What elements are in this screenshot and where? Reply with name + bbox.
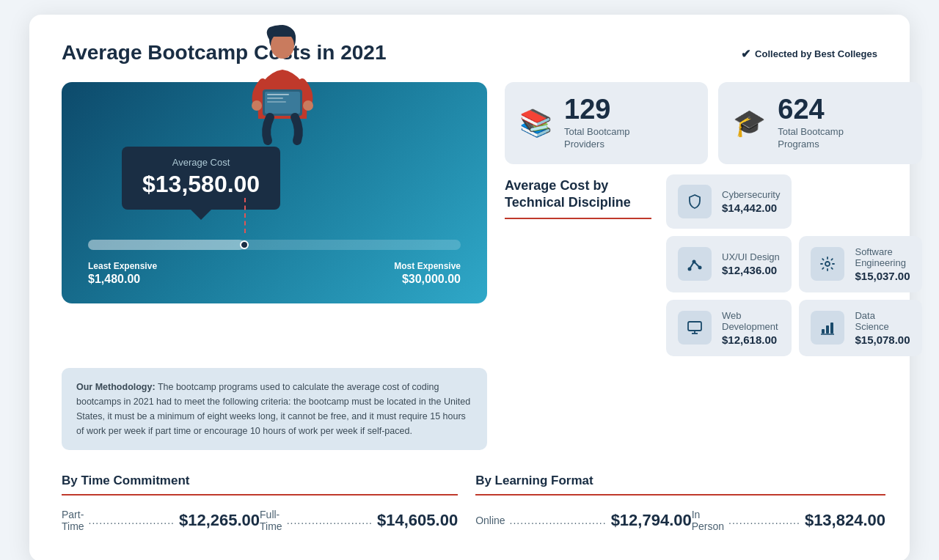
in-person-value: $13,824.00 bbox=[805, 511, 885, 530]
person-illustration bbox=[242, 23, 323, 141]
in-person-dots: .................... bbox=[728, 515, 800, 526]
slider-track bbox=[88, 240, 461, 250]
disc-card-cybersecurity: Cybersecurity $14,442.00 bbox=[666, 174, 792, 229]
main-card: Average Bootcamp Costs in 2021 ✔ Collect… bbox=[29, 15, 910, 560]
discipline-cards: Cybersecurity $14,442.00 bbox=[666, 174, 922, 356]
design-icon bbox=[678, 247, 712, 281]
disc-datascience-name: Data Science bbox=[855, 310, 910, 332]
disc-datascience-info: Data Science $15,078.00 bbox=[855, 310, 910, 346]
online-label: Online bbox=[475, 515, 505, 526]
disc-cybersecurity-value: $14,442.00 bbox=[722, 202, 780, 214]
learning-format-row: Online ........................... $12,7… bbox=[475, 509, 885, 532]
most-expensive-label: Most Expensive bbox=[394, 261, 461, 271]
main-title: Average Bootcamp Costs in 2021 bbox=[62, 41, 386, 65]
disc-cybersecurity-name: Cybersecurity bbox=[722, 189, 780, 200]
collected-by: ✔ Collected by Best Colleges bbox=[741, 47, 877, 61]
avg-cost-box: Average Cost $13,580.00 bbox=[122, 147, 280, 210]
svg-point-7 bbox=[252, 100, 262, 111]
top-section: Average Cost $13,580.00 bbox=[62, 82, 877, 356]
full-time-dots: ........................ bbox=[287, 515, 373, 526]
time-commitment-row: Part-Time ........................ $12,2… bbox=[62, 509, 458, 532]
min-label: Least Expensive $1,480.00 bbox=[88, 261, 157, 286]
disc-card-software: Software Engineering $15,037.00 bbox=[799, 236, 921, 292]
stat-providers-number: 129 bbox=[564, 95, 630, 123]
learning-format-divider bbox=[475, 494, 885, 495]
disc-webdev-value: $12,618.00 bbox=[722, 334, 780, 346]
disc-uxui-info: UX/UI Design $12,436.00 bbox=[722, 251, 780, 276]
methodology-box: Our Methodology: The bootcamp programs u… bbox=[62, 368, 487, 450]
disc-uxui-value: $12,436.00 bbox=[722, 264, 780, 276]
online-value: $12,794.00 bbox=[611, 511, 692, 530]
bottom-section: By Time Commitment Part-Time ...........… bbox=[62, 474, 877, 532]
disc-card-webdev: Web Development $12,618.00 bbox=[666, 300, 792, 356]
disc-uxui-name: UX/UI Design bbox=[722, 251, 780, 262]
svg-rect-19 bbox=[826, 325, 829, 334]
svg-rect-4 bbox=[267, 94, 289, 95]
discipline-section: Average Cost by Technical Discipline Cyb… bbox=[505, 174, 922, 356]
disc-webdev-name: Web Development bbox=[722, 310, 780, 332]
collected-by-label: Collected by Best Colleges bbox=[755, 48, 877, 59]
time-commitment-divider bbox=[62, 494, 458, 495]
stat-programs-info: 624 Total BootcampPrograms bbox=[778, 95, 844, 151]
part-time-dots: ........................ bbox=[89, 515, 175, 526]
svg-rect-18 bbox=[822, 329, 825, 334]
stat-programs-number: 624 bbox=[778, 95, 844, 123]
slider-dot bbox=[240, 240, 249, 249]
slider-fill bbox=[88, 240, 244, 250]
avg-cost-label: Average Cost bbox=[142, 157, 260, 168]
svg-rect-20 bbox=[830, 323, 833, 334]
disc-software-value: $15,037.00 bbox=[855, 270, 910, 282]
most-expensive-value: $30,000.00 bbox=[394, 273, 461, 286]
least-expensive-label: Least Expensive bbox=[88, 261, 157, 271]
part-time-label: Part-Time bbox=[62, 509, 84, 532]
in-person-label: In Person bbox=[692, 509, 724, 532]
svg-point-8 bbox=[303, 100, 313, 111]
learning-format-title: By Learning Format bbox=[475, 474, 885, 488]
online-dots: ........................... bbox=[510, 515, 607, 526]
stat-providers-label: Total BootcampProviders bbox=[564, 126, 630, 151]
in-person-item: In Person .................... $13,824.0… bbox=[692, 509, 885, 532]
gear-icon bbox=[811, 247, 844, 281]
stat-programs-label: Total BootcampPrograms bbox=[778, 126, 844, 151]
disc-datascience-value: $15,078.00 bbox=[855, 334, 910, 346]
slider-track-container bbox=[88, 236, 461, 254]
disc-cybersecurity-info: Cybersecurity $14,442.00 bbox=[722, 189, 780, 214]
stat-providers-info: 129 Total BootcampProviders bbox=[564, 95, 630, 151]
learning-format-section: By Learning Format Online ..............… bbox=[475, 474, 885, 532]
graduation-icon: 🎓 bbox=[733, 108, 766, 139]
disc-software-name: Software Engineering bbox=[855, 246, 910, 268]
shield-icon bbox=[678, 185, 712, 218]
discipline-divider bbox=[505, 218, 651, 219]
slider-dashed-line bbox=[244, 198, 246, 233]
stats-row: 📚 129 Total BootcampProviders 🎓 624 Tota… bbox=[505, 82, 922, 164]
full-time-value: $14,605.00 bbox=[377, 511, 458, 530]
min-max-labels: Least Expensive $1,480.00 Most Expensive… bbox=[88, 261, 461, 286]
methodology-label: Our Methodology: bbox=[76, 382, 156, 392]
svg-point-11 bbox=[693, 260, 696, 264]
part-time-value: $12,265.00 bbox=[179, 511, 260, 530]
online-item: Online ........................... $12,7… bbox=[475, 511, 692, 530]
time-commitment-section: By Time Commitment Part-Time ...........… bbox=[62, 474, 458, 532]
disc-card-uxui: UX/UI Design $12,436.00 bbox=[666, 236, 792, 292]
svg-rect-6 bbox=[267, 101, 286, 103]
svg-point-12 bbox=[698, 266, 702, 270]
header: Average Bootcamp Costs in 2021 ✔ Collect… bbox=[62, 41, 877, 65]
svg-rect-5 bbox=[267, 97, 283, 99]
stat-card-providers: 📚 129 Total BootcampProviders bbox=[505, 82, 708, 164]
max-label: Most Expensive $30,000.00 bbox=[394, 261, 461, 286]
full-time-label: Full-Time bbox=[260, 509, 282, 532]
monitor-icon bbox=[678, 311, 712, 345]
verified-icon: ✔ bbox=[741, 47, 750, 61]
chart-icon bbox=[811, 311, 844, 345]
cost-slider: Least Expensive $1,480.00 Most Expensive… bbox=[85, 236, 464, 286]
disc-card-datascience: Data Science $15,078.00 bbox=[799, 300, 921, 356]
avg-cost-value: $13,580.00 bbox=[142, 171, 260, 198]
svg-point-13 bbox=[688, 268, 692, 271]
svg-point-14 bbox=[825, 262, 830, 266]
part-time-item: Part-Time ........................ $12,2… bbox=[62, 509, 260, 532]
right-stats: 📚 129 Total BootcampProviders 🎓 624 Tota… bbox=[505, 82, 922, 356]
full-time-item: Full-Time ........................ $14,6… bbox=[260, 509, 458, 532]
hero-card: Average Cost $13,580.00 bbox=[62, 82, 487, 303]
books-icon: 📚 bbox=[519, 108, 552, 139]
stat-card-programs: 🎓 624 Total BootcampPrograms bbox=[718, 82, 921, 164]
